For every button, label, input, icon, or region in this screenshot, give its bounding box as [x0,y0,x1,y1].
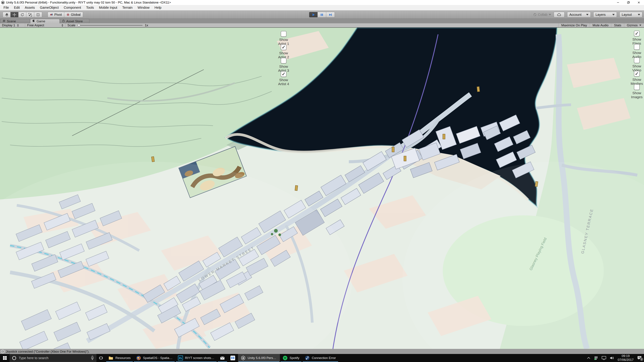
gizmos-dropdown[interactable]: Gizmos [624,23,644,27]
toggle-show-flags[interactable]: ✓ ShowFlags [629,31,644,45]
checkbox[interactable] [634,84,640,90]
action-center-icon[interactable]: 2 [637,356,642,360]
global-toggle-button[interactable]: Global [64,12,83,17]
checkbox[interactable]: ✓ [281,44,286,50]
stats-button[interactable]: Stats [611,23,624,27]
play-button[interactable] [309,12,318,17]
close-button[interactable] [634,0,644,5]
maximize-on-play-button[interactable]: Maximize On Play [558,23,590,27]
mail-icon [220,356,225,361]
restore-button[interactable] [623,0,634,5]
clock-time: 09:19 [618,354,634,358]
taskbar-app-mail[interactable] [217,354,228,362]
tab-game-label: Game [36,19,45,23]
pivot-global-group: Pivot Global [48,12,83,17]
pivot-label: Pivot [54,13,62,16]
taskbar-app-photoshop[interactable]: Ps RIYT screen shots.p... [175,354,217,362]
menu-file[interactable]: File [1,5,12,10]
slider-knob[interactable] [78,24,80,27]
menu-assets[interactable]: Assets [22,5,38,10]
updown-icon [62,24,63,27]
hand-tool-button[interactable] [3,12,10,17]
layout-dropdown[interactable]: Layout [620,12,642,17]
menu-gameobject[interactable]: GameObject [38,5,61,10]
checkbox[interactable] [281,31,286,37]
taskbar-app-spatialos-firefox[interactable]: SpatialOS - Spatial... [133,354,175,362]
minimize-button[interactable] [613,0,623,5]
checkbox[interactable] [634,44,640,50]
window-title: Unity 5.6.0f3 Personal (64bit) - Functio… [6,1,171,4]
hidden-icons-chevron[interactable] [587,357,590,359]
toggle-label: ShowImages [631,91,643,99]
step-button[interactable] [326,12,335,17]
toggle-show-images[interactable]: ShowImages [629,84,644,99]
menu-component[interactable]: Component [61,5,84,10]
microphone-icon[interactable] [91,356,94,360]
toggle-show-artist-1[interactable]: ShowArtist 1 [276,31,291,46]
account-dropdown[interactable]: Account [567,12,591,17]
move-tool-button[interactable] [10,12,18,17]
tab-asset-store[interactable]: Asset Store [60,19,90,23]
start-button[interactable] [0,354,10,362]
rotate-tool-button[interactable] [18,12,26,17]
tab-scene-label: Scene [7,19,16,23]
toggle-show-video[interactable]: ShowVideo [629,57,644,72]
toggle-show-audio[interactable]: ShowAudio [629,44,644,59]
scale-slider[interactable] [77,25,142,26]
app-label: Unity 5.6.0f3 Person... [248,356,277,360]
move-icon [12,13,16,17]
mute-audio-button[interactable]: Mute Audio [590,23,611,27]
scale-label: Scale [68,23,76,27]
game-pacman-icon [32,19,35,23]
taskbar-clock[interactable]: 09:19 07/06/2017 [618,354,634,362]
taskbar-app-spotify[interactable]: Spotify [280,354,302,362]
volume-icon[interactable] [610,356,614,360]
tab-game[interactable]: Game [30,19,60,23]
checkbox[interactable]: ✓ [634,31,640,36]
cortana-icon [12,356,16,360]
checkbox[interactable] [281,58,286,63]
tab-asset-store-label: Asset Store [66,19,83,23]
network-icon[interactable] [602,356,606,360]
map-3d-scene: LOWER MARKET STREET GLASNEY TERRACE Glas… [0,28,644,349]
pivot-toggle-button[interactable]: Pivot [48,12,64,17]
taskbar-app-dropbox[interactable] [228,354,238,362]
statusbar[interactable]: ! Joystick connected ("Controller (Xbox … [0,349,644,354]
updown-icon [17,24,19,27]
collab-dropdown[interactable]: Collab [533,13,551,16]
task-view-button[interactable] [96,354,106,362]
dropbox-tray-icon[interactable] [594,356,598,360]
chevron-down-icon [639,25,641,26]
menu-tools[interactable]: Tools [84,5,96,10]
menu-help[interactable]: Help [152,5,164,10]
menu-terrain[interactable]: Terrain [120,5,135,10]
toggle-show-artist-4[interactable]: ✓ ShowArtist 4 [276,71,291,86]
taskbar-app-unity[interactable]: Unity 5.6.0f3 Person... [238,354,280,362]
menu-mobile-input[interactable]: Mobile Input [96,5,120,10]
tab-scene[interactable]: Scene [0,19,30,23]
scale-tool-button[interactable] [26,12,34,17]
cloud-button[interactable] [554,12,564,17]
menu-window[interactable]: Window [135,5,152,10]
taskbar-app-steam[interactable]: Connection Error [302,354,338,362]
toggle-show-artist-3[interactable]: ShowArtist 3 [276,58,291,72]
layout-label: Layout [622,13,632,16]
aspect-dropdown[interactable]: Free Aspect [25,23,66,27]
scene-grid-icon [3,19,6,23]
toolbar-right-group: Collab Account Layers Layout [533,12,642,17]
pause-button[interactable] [318,12,326,17]
menu-edit[interactable]: Edit [12,5,22,10]
rect-tool-button[interactable] [34,12,42,17]
collab-label: Collab [538,13,548,16]
display-dropdown[interactable]: Display 1 [0,23,25,27]
checkbox[interactable] [634,57,640,63]
taskbar-app-resources[interactable]: Resources [106,354,133,362]
cloud-icon [557,13,562,16]
search-input[interactable]: Type here to search [10,354,96,362]
toggle-show-artist-2[interactable]: ✓ ShowArtist 2 [276,44,291,59]
checkbox[interactable]: ✓ [634,71,640,77]
layers-dropdown[interactable]: Layers [593,12,617,17]
game-viewport[interactable]: LOWER MARKET STREET GLASNEY TERRACE Glas… [0,28,644,349]
checkbox[interactable]: ✓ [281,71,286,77]
toggle-show-meshes[interactable]: ✓ ShowMeshes [629,71,644,86]
